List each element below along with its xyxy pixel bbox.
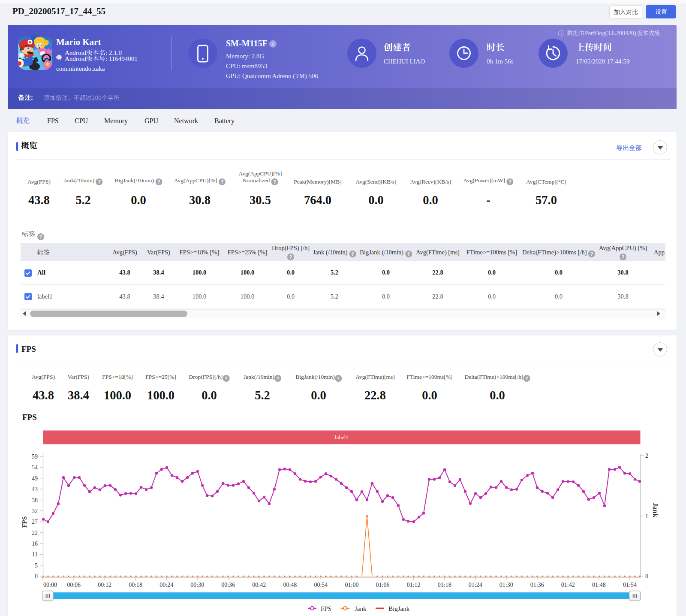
svg-text:32: 32 [32, 508, 38, 514]
svg-text:01:30: 01:30 [499, 582, 513, 588]
svg-text:0: 0 [35, 573, 38, 580]
svg-text:00:12: 00:12 [98, 582, 111, 588]
svg-text:Jank: Jank [355, 605, 367, 612]
svg-text:label1: label1 [335, 434, 349, 441]
svg-text:1: 1 [645, 513, 648, 519]
svg-text:01:12: 01:12 [407, 582, 421, 588]
svg-text:54: 54 [32, 464, 38, 471]
svg-text:BigJank: BigJank [388, 605, 410, 612]
svg-text:11: 11 [32, 551, 38, 558]
svg-text:01:06: 01:06 [376, 582, 390, 588]
svg-text:00:42: 00:42 [252, 582, 266, 588]
svg-text:00:24: 00:24 [159, 582, 173, 588]
svg-text:43: 43 [32, 486, 38, 492]
svg-text:27: 27 [32, 519, 38, 525]
svg-text:01:00: 01:00 [345, 582, 359, 588]
svg-text:00:48: 00:48 [283, 582, 297, 588]
svg-text:00:06: 00:06 [67, 582, 81, 588]
svg-text:49: 49 [32, 475, 38, 482]
svg-text:01:18: 01:18 [438, 582, 451, 588]
svg-text:01:48: 01:48 [592, 582, 606, 588]
svg-text:00:36: 00:36 [221, 582, 235, 588]
svg-text:16: 16 [32, 541, 38, 547]
svg-text:38: 38 [32, 497, 38, 504]
svg-text:22: 22 [32, 530, 38, 536]
svg-text:01:42: 01:42 [561, 582, 575, 588]
svg-text:5: 5 [35, 562, 38, 569]
svg-text:01:36: 01:36 [530, 582, 544, 588]
svg-text:0: 0 [645, 573, 648, 580]
svg-text:00:18: 00:18 [129, 582, 142, 588]
svg-text:01:24: 01:24 [469, 582, 482, 588]
svg-text:2: 2 [645, 453, 648, 459]
svg-text:00:30: 00:30 [190, 582, 204, 588]
svg-text:01:54: 01:54 [623, 582, 637, 588]
svg-text:FPS: FPS [321, 605, 331, 612]
svg-text:FPS: FPS [21, 516, 28, 528]
svg-text:59: 59 [32, 453, 38, 460]
svg-text:00:54: 00:54 [314, 582, 328, 588]
svg-text:00:00: 00:00 [43, 582, 57, 588]
svg-text:Jank: Jank [652, 503, 659, 517]
